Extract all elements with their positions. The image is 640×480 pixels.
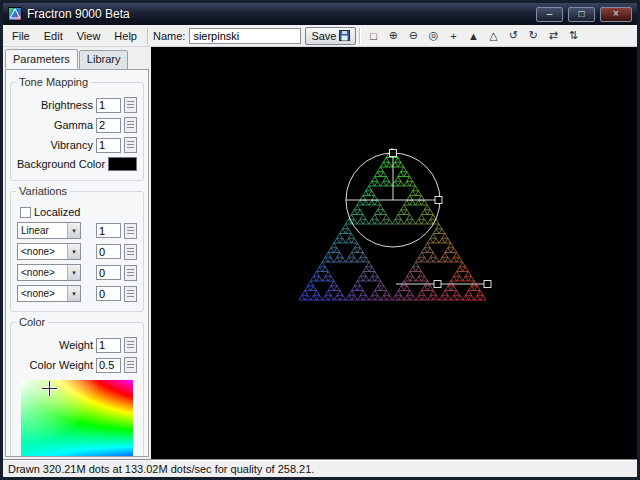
variation-select-4-value: <none> <box>18 286 67 301</box>
save-button[interactable]: Save <box>305 27 356 45</box>
variation-select-3-value: <none> <box>18 265 67 280</box>
variation-weight-3[interactable] <box>96 265 121 280</box>
undo-button[interactable]: ↺ <box>503 27 523 45</box>
color-weight-input[interactable] <box>96 358 121 373</box>
new-flame-button[interactable]: □ <box>363 27 383 45</box>
app-icon <box>8 7 22 21</box>
gamma-label: Gamma <box>54 119 93 131</box>
chevron-down-icon[interactable]: ▾ <box>67 286 80 301</box>
localized-label: Localized <box>34 206 80 218</box>
brightness-label: Brightness <box>41 99 93 111</box>
brightness-stepper[interactable] <box>124 97 137 113</box>
variation-row: Linear ▾ <box>17 222 137 239</box>
transform-y-handle[interactable] <box>390 150 397 157</box>
vibrancy-row: Vibrancy <box>17 137 137 153</box>
variation-row: <none> ▾ <box>17 243 137 260</box>
menu-view[interactable]: View <box>70 27 108 45</box>
transform2-x-handle[interactable] <box>484 281 491 288</box>
app-window: Fractron 9000 Beta – □ × File Edit View … <box>0 0 640 480</box>
pan-view-button[interactable]: + <box>443 27 463 45</box>
transform-handles-overlay[interactable] <box>151 47 637 459</box>
localized-row: Localized <box>20 206 137 218</box>
chevron-down-icon[interactable]: ▾ <box>67 244 80 259</box>
vibrancy-input[interactable] <box>96 138 121 153</box>
color-group: Color Weight Color Weight <box>10 322 144 457</box>
variation-weight-1[interactable] <box>96 223 121 238</box>
main-content: Parameters Library Tone Mapping Brightne… <box>3 47 637 459</box>
transform2-mid-handle[interactable] <box>434 281 441 288</box>
remove-transform-button[interactable]: △ <box>483 27 503 45</box>
palette-canvas[interactable] <box>21 380 133 457</box>
maximize-button[interactable]: □ <box>568 7 595 22</box>
brightness-input[interactable] <box>96 98 121 113</box>
transform-x-handle[interactable] <box>435 197 442 204</box>
close-button[interactable]: × <box>600 7 632 22</box>
background-color-swatch[interactable] <box>108 157 137 171</box>
window-title: Fractron 9000 Beta <box>27 7 531 21</box>
color-weight-label: Color Weight <box>30 359 93 371</box>
variation-select-1-value: Linear <box>18 223 67 238</box>
zoom-in-button[interactable]: ⊕ <box>383 27 403 45</box>
brightness-row: Brightness <box>17 97 137 113</box>
variation-stepper-2[interactable] <box>124 244 137 260</box>
variation-weight-2[interactable] <box>96 244 121 259</box>
menu-file[interactable]: File <box>5 27 37 45</box>
titlebar: Fractron 9000 Beta – □ × <box>3 3 637 25</box>
variation-select-1[interactable]: Linear ▾ <box>17 222 81 239</box>
tab-library[interactable]: Library <box>79 50 129 70</box>
background-color-label: Background Color <box>17 158 105 170</box>
save-button-label: Save <box>311 30 336 42</box>
color-palette[interactable] <box>21 380 133 457</box>
variation-select-3[interactable]: <none> ▾ <box>17 264 81 281</box>
background-color-row: Background Color <box>17 157 137 171</box>
variations-group: Variations Localized Linear ▾ <box>10 191 144 312</box>
variation-stepper-3[interactable] <box>124 265 137 281</box>
chevron-down-icon[interactable]: ▾ <box>67 223 80 238</box>
menu-help[interactable]: Help <box>107 27 144 45</box>
variation-stepper-4[interactable] <box>124 286 137 302</box>
menubar-divider <box>147 28 148 44</box>
weight-input[interactable] <box>96 338 121 353</box>
flip-vertical-button[interactable]: ⇅ <box>563 27 583 45</box>
parameters-page: Tone Mapping Brightness Gamma Vibrancy <box>5 69 149 457</box>
palette-cursor[interactable] <box>42 381 57 396</box>
status-text: Drawn 320.21M dots at 133.02M dots/sec f… <box>8 463 314 475</box>
color-weight-row: Color Weight <box>17 357 137 373</box>
flip-horizontal-button[interactable]: ⇄ <box>543 27 563 45</box>
sidepanel: Parameters Library Tone Mapping Brightne… <box>3 47 151 459</box>
color-group-title: Color <box>16 316 48 328</box>
weight-row: Weight <box>17 337 137 353</box>
color-weight-stepper[interactable] <box>124 357 137 373</box>
statusbar: Drawn 320.21M dots at 133.02M dots/sec f… <box>3 459 637 477</box>
toolbar: □ ⊕ ⊖ ◎ + ▲ △ ↺ ↻ ⇄ ⇅ <box>363 27 583 45</box>
variations-title: Variations <box>16 185 70 197</box>
weight-stepper[interactable] <box>124 337 137 353</box>
gamma-row: Gamma <box>17 117 137 133</box>
menubar: File Edit View Help Name: Save □ ⊕ ⊖ ◎ +… <box>3 25 637 47</box>
redo-button[interactable]: ↻ <box>523 27 543 45</box>
variation-select-2[interactable]: <none> ▾ <box>17 243 81 260</box>
add-transform-button[interactable]: ▲ <box>463 27 483 45</box>
variation-select-2-value: <none> <box>18 244 67 259</box>
reset-view-button[interactable]: ◎ <box>423 27 443 45</box>
save-icon <box>339 30 350 41</box>
gamma-input[interactable] <box>96 118 121 133</box>
variation-weight-4[interactable] <box>96 286 121 301</box>
variation-row: <none> ▾ <box>17 285 137 302</box>
gamma-stepper[interactable] <box>124 117 137 133</box>
variation-row: <none> ▾ <box>17 264 137 281</box>
render-viewport[interactable] <box>151 47 637 459</box>
vibrancy-stepper[interactable] <box>124 137 137 153</box>
variation-stepper-1[interactable] <box>124 223 137 239</box>
weight-label: Weight <box>59 339 93 351</box>
tone-mapping-title: Tone Mapping <box>16 76 91 88</box>
zoom-out-button[interactable]: ⊖ <box>403 27 423 45</box>
minimize-button[interactable]: – <box>536 7 563 22</box>
name-label: Name: <box>153 30 185 42</box>
variation-select-4[interactable]: <none> ▾ <box>17 285 81 302</box>
tab-parameters[interactable]: Parameters <box>5 49 78 69</box>
name-input[interactable] <box>189 28 301 44</box>
chevron-down-icon[interactable]: ▾ <box>67 265 80 280</box>
localized-checkbox[interactable] <box>20 207 31 218</box>
menu-edit[interactable]: Edit <box>37 27 70 45</box>
